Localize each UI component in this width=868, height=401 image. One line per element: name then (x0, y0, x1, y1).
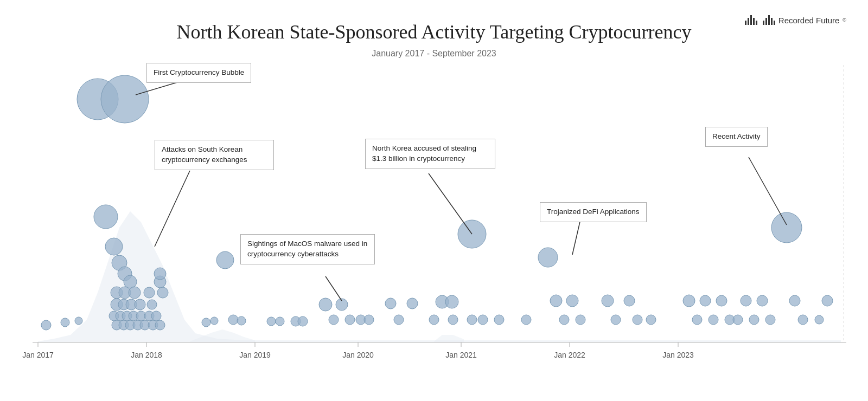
bubble (329, 315, 339, 325)
bubble (237, 316, 246, 325)
bubble (124, 275, 137, 288)
bubble (144, 287, 155, 298)
bubble (700, 295, 711, 306)
x-axis-label: Jan 2021 (445, 351, 477, 359)
bubble (155, 320, 165, 330)
bubble (154, 268, 166, 280)
bubble (749, 315, 759, 325)
bubble (692, 315, 702, 325)
bubble (646, 315, 656, 325)
bubble (709, 315, 718, 325)
recent-line (749, 157, 787, 225)
chart-container: Recorded Future ® North Korean State-Spo… (0, 0, 868, 401)
bubble (75, 317, 82, 325)
bubble (364, 315, 374, 325)
bubble (467, 315, 477, 325)
bubble (202, 318, 210, 327)
bubble (445, 295, 458, 308)
annotation-recent-activity: Recent Activity (705, 127, 768, 147)
bubble (216, 251, 234, 269)
bubble (733, 315, 743, 325)
bubble (559, 315, 569, 325)
bubble (267, 317, 276, 326)
bubble (602, 295, 614, 307)
bubble (147, 300, 157, 309)
bubble (550, 295, 562, 307)
bubble (798, 315, 808, 325)
bubble (61, 318, 69, 327)
bubble (815, 315, 824, 324)
x-axis-label: Jan 2018 (131, 351, 162, 359)
bubble (129, 287, 141, 299)
bubble (771, 212, 802, 243)
bubble (538, 248, 558, 267)
bubble (757, 295, 768, 306)
bubble (741, 295, 751, 306)
bubble (319, 298, 332, 311)
bubble (210, 317, 218, 325)
bubble (345, 315, 355, 325)
macos-line (326, 276, 342, 301)
defi-line (572, 219, 580, 255)
bubble (151, 311, 161, 321)
bubble (448, 315, 458, 325)
bubble (624, 295, 635, 306)
bubble (394, 315, 404, 325)
bubble (101, 75, 149, 123)
bubble (429, 315, 439, 325)
annotation-north-korea-stealing: North Korea accused of stealing $1.3 bil… (365, 139, 495, 169)
bubble (576, 315, 585, 325)
x-axis-label: Jan 2020 (342, 351, 374, 359)
bubble (716, 295, 727, 306)
bubble (494, 315, 504, 325)
bubble (822, 295, 833, 306)
bubble (789, 295, 800, 306)
bubble (105, 238, 123, 255)
main-chart-svg: Jan 2017Jan 2018Jan 2019Jan 2020Jan 2021… (0, 0, 868, 401)
bubble (276, 317, 284, 326)
annotation-macos-malware: Sightings of MacOS malware used in crypt… (240, 234, 375, 264)
bubble (157, 287, 168, 298)
annotation-first-crypto-bubble: First Cryptocurrency Bubble (146, 63, 251, 83)
bubble (566, 295, 578, 307)
bubble (765, 315, 775, 325)
attacks-line (155, 171, 190, 247)
bubble (633, 315, 642, 325)
bubble (407, 298, 418, 309)
annotation-trojanized-defi: Trojanized DeFi Applications (540, 202, 647, 222)
bubble (41, 320, 51, 330)
bubble (521, 315, 531, 325)
bubble (478, 315, 488, 325)
bubble (683, 295, 695, 307)
annotation-attacks-south-korean: Attacks on South Korean cryptocurrency e… (155, 140, 274, 170)
bubble (298, 316, 308, 326)
x-axis-label: Jan 2019 (239, 351, 271, 359)
bubble (611, 315, 621, 325)
x-axis-label: Jan 2023 (662, 351, 694, 359)
nk-stealing-line (429, 173, 472, 234)
bubble (385, 298, 396, 309)
x-axis-label: Jan 2017 (22, 351, 54, 359)
bubble (228, 315, 238, 325)
bubble (94, 205, 118, 229)
bubble (135, 299, 145, 310)
x-axis-label: Jan 2022 (554, 351, 585, 359)
area-bump-2 (434, 335, 464, 342)
